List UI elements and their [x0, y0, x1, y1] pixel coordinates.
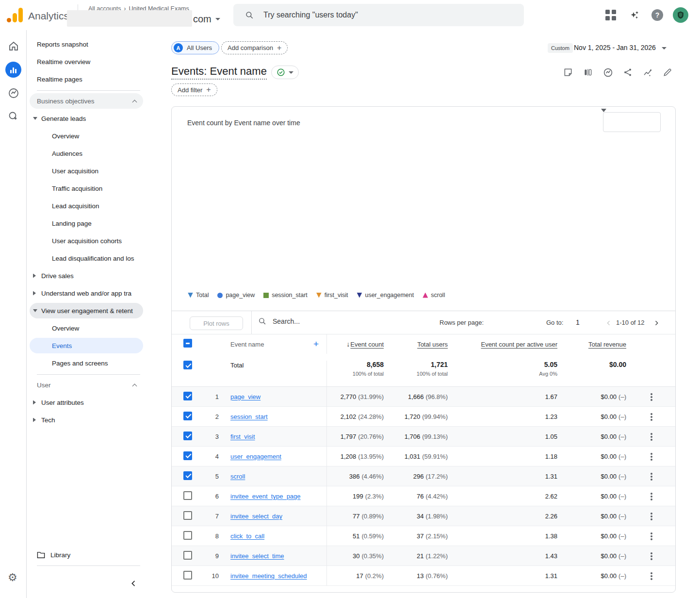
sidebar-item-user-acquisition-cohorts[interactable]: User acquisition cohorts	[27, 232, 146, 249]
row-checkbox[interactable]	[183, 491, 192, 500]
row-menu-icon[interactable]	[651, 555, 652, 557]
legend-item-session-start[interactable]: session_start	[263, 292, 308, 299]
sidebar-item-user-attributes[interactable]: User attributes	[27, 394, 146, 411]
table-search[interactable]	[258, 317, 370, 325]
add-dimension-icon[interactable]: +	[313, 339, 326, 349]
search-input[interactable]	[263, 11, 496, 19]
column-header-event-count[interactable]: ↓Event count	[327, 340, 384, 348]
note-icon[interactable]	[562, 66, 574, 78]
row-checkbox[interactable]	[183, 432, 192, 440]
admin-gear-icon[interactable]: ⚙	[8, 572, 17, 583]
chevron-down-icon[interactable]	[662, 47, 667, 50]
event-name-link[interactable]: page_view	[230, 393, 260, 400]
legend-item-page-view[interactable]: page_view	[217, 292, 255, 299]
sidebar-item-generate-leads[interactable]: Generate leads	[27, 110, 146, 127]
event-name-link[interactable]: invitee_select_day	[230, 513, 282, 520]
share-icon[interactable]	[622, 66, 634, 78]
row-checkbox[interactable]	[183, 392, 192, 400]
sidebar-item-drive-sales[interactable]: Drive sales	[27, 267, 146, 284]
sidebar-item-engagement-overview[interactable]: Overview	[27, 319, 146, 337]
next-page-icon[interactable]	[651, 318, 661, 328]
help-icon[interactable]: ?	[651, 9, 663, 21]
analytics-logo-icon[interactable]	[6, 6, 23, 24]
row-menu-icon[interactable]	[651, 416, 652, 418]
column-header-per-active-user[interactable]: Event count per active user	[448, 341, 557, 348]
section-user[interactable]: User	[30, 377, 143, 393]
select-all-checkbox[interactable]	[183, 339, 192, 348]
totals-checkbox[interactable]	[183, 361, 192, 369]
row-checkbox[interactable]	[183, 511, 192, 520]
previous-page-icon[interactable]	[603, 318, 613, 328]
event-name-link[interactable]: scroll	[230, 473, 245, 480]
row-menu-icon[interactable]	[651, 436, 652, 438]
sidebar-item-overview[interactable]: Overview	[27, 127, 146, 145]
sidebar-item-library[interactable]: Library	[27, 546, 146, 564]
sidebar-item-user-acquisition[interactable]: User acquisition	[27, 162, 146, 180]
plot-rows-button[interactable]: Plot rows	[190, 316, 243, 330]
page-title[interactable]: Events: Event name	[171, 65, 267, 80]
column-header-total-users[interactable]: Total users	[384, 341, 448, 348]
row-checkbox[interactable]	[183, 571, 192, 580]
row-checkbox[interactable]	[183, 451, 192, 460]
sidebar-item-tech[interactable]: Tech	[27, 411, 146, 429]
date-range-selector[interactable]: Nov 1, 2025 - Jan 31, 2026	[574, 44, 656, 51]
row-menu-icon[interactable]	[651, 575, 652, 577]
advertising-nav-icon[interactable]	[7, 110, 20, 123]
row-menu-icon[interactable]	[651, 515, 652, 517]
comparison-icon[interactable]	[582, 66, 594, 78]
row-checkbox[interactable]	[183, 551, 192, 560]
event-name-link[interactable]: invitee_meeting_scheduled	[230, 572, 307, 580]
legend-item-first-visit[interactable]: first_visit	[316, 292, 348, 299]
avatar[interactable]	[673, 7, 688, 23]
account-switcher[interactable]: com	[193, 14, 220, 25]
edit-icon[interactable]	[662, 66, 673, 78]
column-header-total-revenue[interactable]: Total revenue	[557, 341, 626, 348]
sidebar-item-landing-page[interactable]: Landing page	[27, 215, 146, 232]
collapse-sidenav-icon[interactable]	[128, 578, 139, 589]
legend-item-scroll[interactable]: scroll	[423, 292, 445, 299]
sidebar-item-reports-snapshot[interactable]: Reports snapshot	[27, 35, 146, 53]
row-checkbox[interactable]	[183, 531, 192, 540]
go-to-page-input[interactable]: 1	[576, 318, 580, 326]
global-search[interactable]	[233, 4, 524, 26]
sidebar-item-understand-web-app[interactable]: Understand web and/or app tra	[27, 284, 146, 302]
apps-grid-icon[interactable]	[605, 9, 617, 21]
home-icon[interactable]	[7, 40, 20, 52]
row-menu-icon[interactable]	[651, 535, 652, 537]
sidebar-item-traffic-acquisition[interactable]: Traffic acquisition	[27, 180, 146, 197]
reports-nav-icon[interactable]	[5, 62, 21, 78]
row-menu-icon[interactable]	[651, 476, 652, 478]
row-menu-icon[interactable]	[651, 496, 652, 498]
table-search-input[interactable]	[273, 317, 370, 325]
gemini-sparkle-icon[interactable]	[629, 9, 640, 21]
sidebar-item-lead-acquisition[interactable]: Lead acquisition	[27, 197, 146, 215]
event-name-link[interactable]: session_start	[230, 413, 268, 420]
row-checkbox[interactable]	[183, 412, 192, 420]
sidebar-item-pages-and-screens[interactable]: Pages and screens	[27, 354, 146, 372]
row-menu-icon[interactable]	[651, 396, 652, 398]
sidebar-item-realtime-pages[interactable]: Realtime pages	[27, 70, 146, 88]
insights-icon[interactable]	[602, 66, 614, 78]
trend-insights-icon[interactable]	[642, 66, 653, 78]
column-header-event-name[interactable]: Event name	[230, 341, 264, 348]
row-checkbox[interactable]	[183, 471, 192, 480]
event-name-link[interactable]: invitee_select_time	[230, 552, 284, 560]
legend-item-user-engagement[interactable]: user_engagement	[357, 292, 414, 299]
explore-nav-icon[interactable]	[7, 87, 20, 100]
sidebar-item-realtime-overview[interactable]: Realtime overview	[27, 53, 146, 70]
event-name-link[interactable]: invitee_event_type_page	[230, 493, 301, 500]
sidebar-item-lead-disqualification[interactable]: Lead disqualification and los	[27, 249, 146, 267]
audience-chip-all-users[interactable]: A All Users	[171, 41, 219, 54]
add-comparison-button[interactable]: Add comparison +	[221, 41, 288, 54]
event-name-link[interactable]: user_engagement	[230, 453, 281, 460]
sidebar-item-view-user-engagement[interactable]: View user engagement & retent	[30, 303, 143, 318]
add-filter-button[interactable]: Add filter +	[171, 83, 217, 96]
report-status-dropdown[interactable]	[271, 66, 299, 79]
sidebar-item-audiences[interactable]: Audiences	[27, 145, 146, 162]
legend-item-total[interactable]: Total	[188, 292, 209, 299]
section-business-objectives[interactable]: Business objectives	[30, 93, 143, 109]
event-name-link[interactable]: click_to_call	[230, 532, 264, 540]
sidebar-item-events[interactable]: Events	[30, 338, 143, 353]
row-menu-icon[interactable]	[651, 456, 652, 458]
event-name-link[interactable]: first_visit	[230, 433, 255, 440]
